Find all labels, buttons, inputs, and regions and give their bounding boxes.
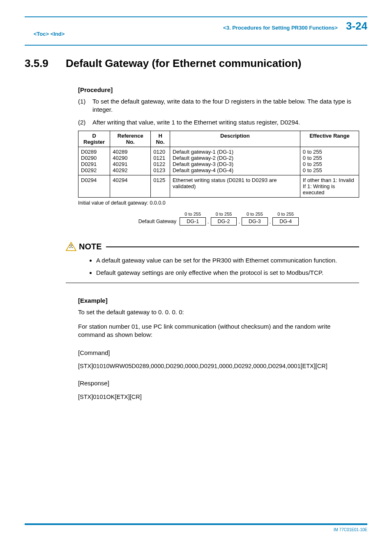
section-heading: 3.5.9 Default Gateway (for Ethernet comm…	[25, 57, 367, 70]
response-heading: [Response]	[78, 379, 359, 387]
command-string: [STX]01010WRW05D0289,0000,D0290,0000,D02…	[78, 363, 359, 369]
svg-point-2	[72, 247, 73, 248]
caution-icon	[66, 242, 76, 251]
dg-box: DG-3	[242, 217, 268, 226]
note-label: NOTE	[79, 242, 102, 251]
table-head: Reference No.	[110, 131, 151, 147]
dg-box: DG-4	[272, 217, 299, 226]
procedure-heading: [Procedure]	[78, 86, 359, 93]
footer-doc-id: IM 77C01E01-10E	[25, 527, 367, 532]
note-bullet: A default gateway value can be set for t…	[96, 256, 359, 265]
table-head: Description	[170, 131, 300, 147]
table-row: D0289 D0290 D0291 D0292 40289 40290 4029…	[78, 147, 359, 175]
table-head: Effective Range	[300, 131, 359, 147]
example-text: To set the default gateway to 0. 0. 0. 0…	[78, 308, 359, 316]
toc-link[interactable]: <Toc>	[34, 31, 49, 37]
list-text: To set the default gateway, write data t…	[92, 97, 359, 114]
ind-link[interactable]: <Ind>	[51, 31, 65, 37]
initial-value-note: Initial value of default gateway: 0.0.0.…	[78, 200, 359, 206]
note-bullet: Default gateway settings are only effect…	[96, 269, 359, 277]
example-text: For station number 01, use PC link commu…	[78, 322, 359, 339]
dg-box: DG-1	[180, 217, 206, 226]
table-row: D0294 40294 0125 Ethernet writing status…	[78, 175, 359, 197]
response-string: [STX]0101OK[ETX][CR]	[78, 394, 359, 400]
list-text: After writing that value, write 1 to the…	[92, 118, 300, 127]
list-number: (2)	[78, 118, 92, 127]
page-number: 3-24	[346, 20, 367, 32]
example-heading: [Example]	[78, 297, 359, 304]
section-title-text: Default Gateway (for Ethernet communicat…	[66, 57, 302, 70]
section-number: 3.5.9	[25, 57, 66, 70]
list-number: (1)	[78, 97, 92, 114]
table-head: H No.	[151, 131, 170, 147]
page-header: <Toc> <Ind> <3. Procedures for Setting P…	[25, 17, 367, 46]
dg-box: DG-2	[211, 217, 237, 226]
table-head: D Register	[78, 131, 110, 147]
command-heading: [Command]	[78, 349, 359, 357]
note-block: NOTE A default gateway value can be set …	[66, 242, 359, 283]
header-chapter: <3. Procedures for Setting PR300 Functio…	[65, 25, 346, 31]
diagram-label: Default Gateway	[138, 219, 176, 226]
gateway-diagram: Default Gateway 0 to 255 DG-1 . 0 to 255…	[78, 212, 359, 226]
svg-point-1	[69, 247, 70, 248]
register-table: D Register Reference No. H No. Descripti…	[78, 131, 359, 198]
